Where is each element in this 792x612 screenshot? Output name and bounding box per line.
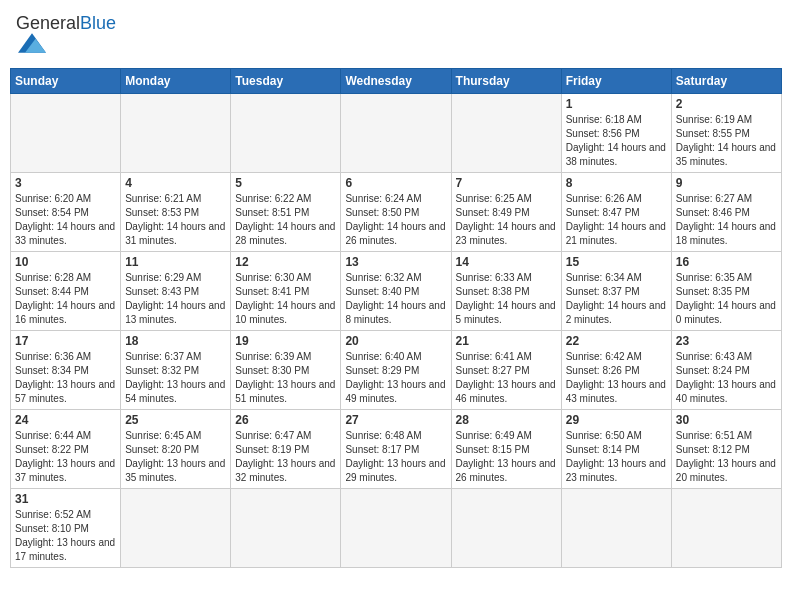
- calendar-cell: 1Sunrise: 6:18 AMSunset: 8:56 PMDaylight…: [561, 94, 671, 173]
- day-info: Sunrise: 6:45 AMSunset: 8:20 PMDaylight:…: [125, 429, 226, 485]
- calendar-cell: 29Sunrise: 6:50 AMSunset: 8:14 PMDayligh…: [561, 410, 671, 489]
- logo-blue: Blue: [80, 13, 116, 33]
- day-info: Sunrise: 6:21 AMSunset: 8:53 PMDaylight:…: [125, 192, 226, 248]
- calendar-cell: 13Sunrise: 6:32 AMSunset: 8:40 PMDayligh…: [341, 252, 451, 331]
- day-info: Sunrise: 6:47 AMSunset: 8:19 PMDaylight:…: [235, 429, 336, 485]
- calendar-cell: 16Sunrise: 6:35 AMSunset: 8:35 PMDayligh…: [671, 252, 781, 331]
- day-number: 1: [566, 97, 667, 111]
- calendar-table: SundayMondayTuesdayWednesdayThursdayFrid…: [10, 68, 782, 568]
- week-row-2: 3Sunrise: 6:20 AMSunset: 8:54 PMDaylight…: [11, 173, 782, 252]
- day-number: 8: [566, 176, 667, 190]
- calendar-cell: 3Sunrise: 6:20 AMSunset: 8:54 PMDaylight…: [11, 173, 121, 252]
- day-info: Sunrise: 6:51 AMSunset: 8:12 PMDaylight:…: [676, 429, 777, 485]
- weekday-header-saturday: Saturday: [671, 69, 781, 94]
- day-info: Sunrise: 6:41 AMSunset: 8:27 PMDaylight:…: [456, 350, 557, 406]
- calendar-cell: 9Sunrise: 6:27 AMSunset: 8:46 PMDaylight…: [671, 173, 781, 252]
- day-number: 18: [125, 334, 226, 348]
- day-info: Sunrise: 6:30 AMSunset: 8:41 PMDaylight:…: [235, 271, 336, 327]
- day-info: Sunrise: 6:26 AMSunset: 8:47 PMDaylight:…: [566, 192, 667, 248]
- day-number: 11: [125, 255, 226, 269]
- day-number: 3: [15, 176, 116, 190]
- day-number: 2: [676, 97, 777, 111]
- week-row-6: 31Sunrise: 6:52 AMSunset: 8:10 PMDayligh…: [11, 489, 782, 568]
- calendar-cell: [11, 94, 121, 173]
- day-number: 29: [566, 413, 667, 427]
- day-info: Sunrise: 6:29 AMSunset: 8:43 PMDaylight:…: [125, 271, 226, 327]
- calendar-cell: 7Sunrise: 6:25 AMSunset: 8:49 PMDaylight…: [451, 173, 561, 252]
- day-number: 30: [676, 413, 777, 427]
- day-info: Sunrise: 6:49 AMSunset: 8:15 PMDaylight:…: [456, 429, 557, 485]
- calendar-cell: 15Sunrise: 6:34 AMSunset: 8:37 PMDayligh…: [561, 252, 671, 331]
- day-info: Sunrise: 6:52 AMSunset: 8:10 PMDaylight:…: [15, 508, 116, 564]
- day-number: 22: [566, 334, 667, 348]
- day-info: Sunrise: 6:25 AMSunset: 8:49 PMDaylight:…: [456, 192, 557, 248]
- calendar-cell: [561, 489, 671, 568]
- day-info: Sunrise: 6:18 AMSunset: 8:56 PMDaylight:…: [566, 113, 667, 169]
- calendar-cell: 23Sunrise: 6:43 AMSunset: 8:24 PMDayligh…: [671, 331, 781, 410]
- day-number: 15: [566, 255, 667, 269]
- calendar-cell: [451, 489, 561, 568]
- calendar-cell: 21Sunrise: 6:41 AMSunset: 8:27 PMDayligh…: [451, 331, 561, 410]
- logo-icon: [18, 32, 46, 54]
- day-number: 19: [235, 334, 336, 348]
- day-info: Sunrise: 6:50 AMSunset: 8:14 PMDaylight:…: [566, 429, 667, 485]
- calendar-cell: [121, 489, 231, 568]
- calendar-cell: 10Sunrise: 6:28 AMSunset: 8:44 PMDayligh…: [11, 252, 121, 331]
- calendar-cell: 18Sunrise: 6:37 AMSunset: 8:32 PMDayligh…: [121, 331, 231, 410]
- day-info: Sunrise: 6:33 AMSunset: 8:38 PMDaylight:…: [456, 271, 557, 327]
- day-number: 10: [15, 255, 116, 269]
- calendar-cell: 28Sunrise: 6:49 AMSunset: 8:15 PMDayligh…: [451, 410, 561, 489]
- day-info: Sunrise: 6:20 AMSunset: 8:54 PMDaylight:…: [15, 192, 116, 248]
- calendar-cell: 2Sunrise: 6:19 AMSunset: 8:55 PMDaylight…: [671, 94, 781, 173]
- day-number: 16: [676, 255, 777, 269]
- logo: GeneralBlue: [16, 14, 116, 58]
- calendar-cell: 12Sunrise: 6:30 AMSunset: 8:41 PMDayligh…: [231, 252, 341, 331]
- calendar-cell: 31Sunrise: 6:52 AMSunset: 8:10 PMDayligh…: [11, 489, 121, 568]
- day-number: 14: [456, 255, 557, 269]
- day-info: Sunrise: 6:34 AMSunset: 8:37 PMDaylight:…: [566, 271, 667, 327]
- day-number: 24: [15, 413, 116, 427]
- week-row-3: 10Sunrise: 6:28 AMSunset: 8:44 PMDayligh…: [11, 252, 782, 331]
- day-number: 17: [15, 334, 116, 348]
- day-info: Sunrise: 6:22 AMSunset: 8:51 PMDaylight:…: [235, 192, 336, 248]
- calendar-cell: [451, 94, 561, 173]
- day-info: Sunrise: 6:40 AMSunset: 8:29 PMDaylight:…: [345, 350, 446, 406]
- day-number: 28: [456, 413, 557, 427]
- day-number: 4: [125, 176, 226, 190]
- calendar-cell: 30Sunrise: 6:51 AMSunset: 8:12 PMDayligh…: [671, 410, 781, 489]
- day-number: 25: [125, 413, 226, 427]
- calendar-cell: 11Sunrise: 6:29 AMSunset: 8:43 PMDayligh…: [121, 252, 231, 331]
- calendar-cell: [121, 94, 231, 173]
- day-info: Sunrise: 6:35 AMSunset: 8:35 PMDaylight:…: [676, 271, 777, 327]
- weekday-header-friday: Friday: [561, 69, 671, 94]
- weekday-header-monday: Monday: [121, 69, 231, 94]
- week-row-5: 24Sunrise: 6:44 AMSunset: 8:22 PMDayligh…: [11, 410, 782, 489]
- day-number: 20: [345, 334, 446, 348]
- day-info: Sunrise: 6:37 AMSunset: 8:32 PMDaylight:…: [125, 350, 226, 406]
- day-info: Sunrise: 6:19 AMSunset: 8:55 PMDaylight:…: [676, 113, 777, 169]
- logo-text: GeneralBlue: [16, 14, 116, 32]
- calendar-cell: 14Sunrise: 6:33 AMSunset: 8:38 PMDayligh…: [451, 252, 561, 331]
- day-info: Sunrise: 6:24 AMSunset: 8:50 PMDaylight:…: [345, 192, 446, 248]
- day-info: Sunrise: 6:32 AMSunset: 8:40 PMDaylight:…: [345, 271, 446, 327]
- calendar-cell: 25Sunrise: 6:45 AMSunset: 8:20 PMDayligh…: [121, 410, 231, 489]
- weekday-header-sunday: Sunday: [11, 69, 121, 94]
- day-number: 23: [676, 334, 777, 348]
- day-number: 5: [235, 176, 336, 190]
- calendar-cell: 24Sunrise: 6:44 AMSunset: 8:22 PMDayligh…: [11, 410, 121, 489]
- day-info: Sunrise: 6:27 AMSunset: 8:46 PMDaylight:…: [676, 192, 777, 248]
- calendar-cell: 26Sunrise: 6:47 AMSunset: 8:19 PMDayligh…: [231, 410, 341, 489]
- day-info: Sunrise: 6:28 AMSunset: 8:44 PMDaylight:…: [15, 271, 116, 327]
- header: GeneralBlue: [10, 10, 782, 62]
- calendar-cell: [231, 94, 341, 173]
- calendar-cell: 19Sunrise: 6:39 AMSunset: 8:30 PMDayligh…: [231, 331, 341, 410]
- week-row-4: 17Sunrise: 6:36 AMSunset: 8:34 PMDayligh…: [11, 331, 782, 410]
- day-info: Sunrise: 6:36 AMSunset: 8:34 PMDaylight:…: [15, 350, 116, 406]
- calendar-cell: 27Sunrise: 6:48 AMSunset: 8:17 PMDayligh…: [341, 410, 451, 489]
- calendar-cell: 5Sunrise: 6:22 AMSunset: 8:51 PMDaylight…: [231, 173, 341, 252]
- day-info: Sunrise: 6:39 AMSunset: 8:30 PMDaylight:…: [235, 350, 336, 406]
- day-info: Sunrise: 6:43 AMSunset: 8:24 PMDaylight:…: [676, 350, 777, 406]
- calendar-cell: 4Sunrise: 6:21 AMSunset: 8:53 PMDaylight…: [121, 173, 231, 252]
- day-number: 31: [15, 492, 116, 506]
- day-info: Sunrise: 6:44 AMSunset: 8:22 PMDaylight:…: [15, 429, 116, 485]
